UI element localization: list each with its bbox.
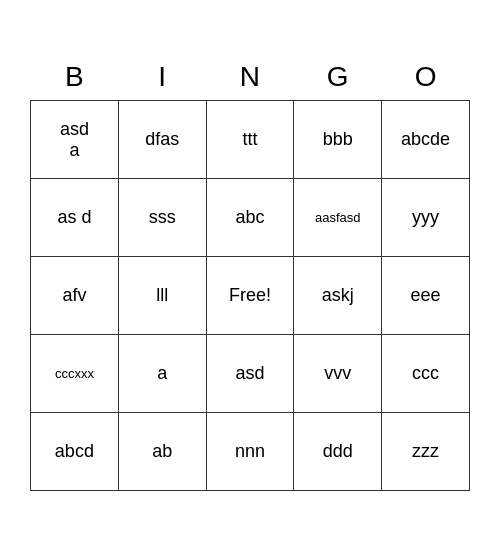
bingo-cell-1-2[interactable]: abc xyxy=(206,179,294,257)
bingo-row-2: afvlllFree!askjeee xyxy=(31,257,470,335)
header-col-g: G xyxy=(294,53,382,101)
bingo-cell-1-1[interactable]: sss xyxy=(118,179,206,257)
header-col-i: I xyxy=(118,53,206,101)
bingo-row-3: cccxxxaasdvvvccc xyxy=(31,335,470,413)
bingo-cell-0-2[interactable]: ttt xyxy=(206,101,294,179)
bingo-cell-4-4[interactable]: zzz xyxy=(382,413,470,491)
bingo-row-0: asd adfastttbbbabcde xyxy=(31,101,470,179)
bingo-row-4: abcdabnnndddzzz xyxy=(31,413,470,491)
bingo-cell-4-1[interactable]: ab xyxy=(118,413,206,491)
header-col-b: B xyxy=(31,53,119,101)
bingo-cell-0-3[interactable]: bbb xyxy=(294,101,382,179)
bingo-cell-1-3[interactable]: aasfasd xyxy=(294,179,382,257)
bingo-cell-4-0[interactable]: abcd xyxy=(31,413,119,491)
bingo-cell-2-3[interactable]: askj xyxy=(294,257,382,335)
bingo-cell-3-2[interactable]: asd xyxy=(206,335,294,413)
bingo-cell-2-4[interactable]: eee xyxy=(382,257,470,335)
bingo-cell-0-1[interactable]: dfas xyxy=(118,101,206,179)
bingo-cell-1-4[interactable]: yyy xyxy=(382,179,470,257)
bingo-cell-2-0[interactable]: afv xyxy=(31,257,119,335)
bingo-cell-3-4[interactable]: ccc xyxy=(382,335,470,413)
bingo-cell-2-1[interactable]: lll xyxy=(118,257,206,335)
bingo-cell-0-0[interactable]: asd a xyxy=(31,101,119,179)
header-col-o: O xyxy=(382,53,470,101)
bingo-cell-0-4[interactable]: abcde xyxy=(382,101,470,179)
bingo-cell-4-2[interactable]: nnn xyxy=(206,413,294,491)
bingo-card: BINGO asd adfastttbbbabcdeas dsssabcaasf… xyxy=(30,53,470,492)
bingo-cell-4-3[interactable]: ddd xyxy=(294,413,382,491)
bingo-cell-1-0[interactable]: as d xyxy=(31,179,119,257)
bingo-cell-2-2[interactable]: Free! xyxy=(206,257,294,335)
bingo-header-row: BINGO xyxy=(31,53,470,101)
bingo-cell-3-1[interactable]: a xyxy=(118,335,206,413)
header-col-n: N xyxy=(206,53,294,101)
bingo-cell-3-3[interactable]: vvv xyxy=(294,335,382,413)
bingo-cell-3-0[interactable]: cccxxx xyxy=(31,335,119,413)
bingo-row-1: as dsssabcaasfasdyyy xyxy=(31,179,470,257)
